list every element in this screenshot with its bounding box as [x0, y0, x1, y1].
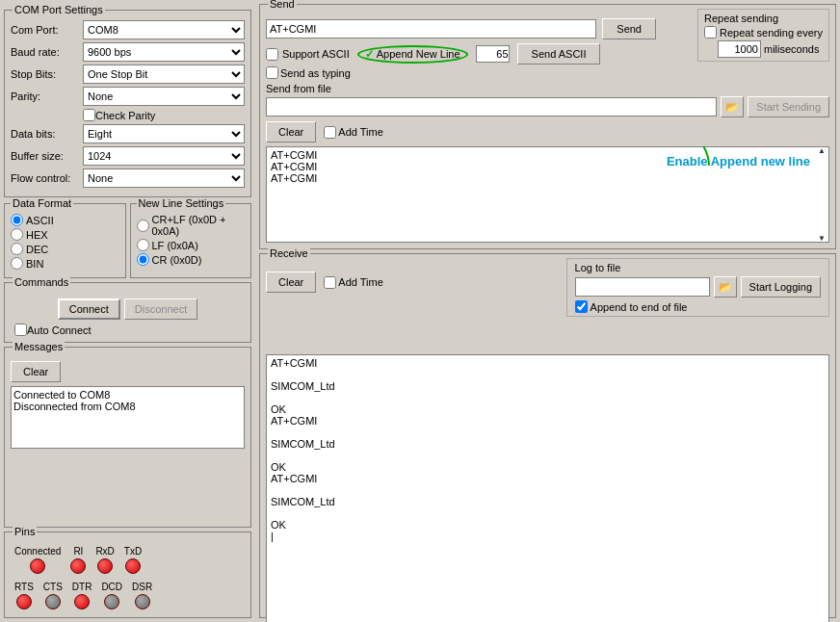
cr-label: CR (0x0D): [152, 254, 202, 266]
ascii-label: ASCII: [26, 215, 54, 226]
file-path-input[interactable]: [266, 97, 717, 117]
auto-connect-checkbox[interactable]: [14, 324, 27, 336]
repeat-every-label: Repeat sending every: [720, 27, 823, 39]
pin-dcd: DCD: [101, 582, 122, 609]
com-port-label: Com Port:: [11, 24, 83, 36]
send-ascii-button[interactable]: Send ASCII: [517, 43, 601, 65]
repeat-sending-checkbox[interactable]: [704, 26, 717, 39]
append-newline-highlight: ✓ Append New Line: [357, 45, 468, 64]
start-sending-button[interactable]: Start Sending: [748, 96, 829, 117]
messages-group: Messages Clear Connected to COM8 Disconn…: [4, 347, 251, 528]
pin-ri-led: [70, 558, 86, 574]
send-group: Send Repeat sending Repeat sending every…: [259, 4, 836, 249]
repeat-sending-title: Repeat sending: [704, 13, 823, 24]
log-file-browse-button[interactable]: 📂: [714, 276, 737, 298]
data-format-title: Data Format: [11, 197, 73, 209]
dec-label: DEC: [26, 244, 48, 255]
support-ascii-checkbox[interactable]: [266, 48, 278, 61]
recv-line-6: AT+CGMI: [271, 415, 825, 427]
com-port-select[interactable]: COM8: [83, 20, 245, 39]
pin-connected-led: [30, 558, 45, 574]
repeat-interval-input[interactable]: [718, 40, 761, 58]
file-browse-button[interactable]: 📂: [721, 96, 744, 117]
check-parity-checkbox[interactable]: [83, 109, 95, 121]
bin-label: BIN: [26, 258, 43, 270]
send-button[interactable]: Send: [602, 18, 656, 39]
recv-line-3: SIMCOM_Ltd: [271, 380, 825, 392]
recv-line-7: [271, 427, 825, 438]
send-command-input[interactable]: [266, 19, 596, 39]
pin-rxd-led: [97, 558, 113, 574]
pin-rxd: RxD: [95, 546, 114, 574]
bin-radio[interactable]: [11, 257, 23, 270]
crlf-radio[interactable]: [137, 220, 149, 232]
commands-title: Commands: [13, 276, 70, 288]
pins-title: Pins: [13, 526, 37, 537]
append-newline-label: Append New Line: [377, 48, 460, 60]
buffer-size-label: Buffer size:: [11, 150, 83, 162]
check-parity-label: Check Parity: [95, 110, 155, 121]
receive-group: Receive Log to file 📂 Start Logging Appe…: [259, 253, 836, 618]
send-as-typing-checkbox[interactable]: [266, 66, 278, 79]
recv-line-13: SIMCOM_Ltd: [271, 496, 825, 507]
repeat-sending-box: Repeat sending Repeat sending every mili…: [697, 9, 829, 62]
pin-connected: Connected: [14, 546, 61, 574]
lf-radio[interactable]: [137, 239, 149, 251]
pin-rts-led: [16, 594, 32, 609]
crlf-label: CR+LF (0x0D + 0x0A): [152, 214, 246, 237]
connect-button[interactable]: Connect: [58, 298, 120, 320]
pin-dsr: DSR: [132, 582, 152, 609]
send-clear-button[interactable]: Clear: [266, 121, 316, 143]
lf-label: LF (0x0A): [152, 240, 198, 251]
send-content-area: AT+CGMI AT+CGMI AT+CGMI: [266, 146, 829, 243]
pin-dtr: DTR: [72, 582, 92, 609]
pin-ri: RI: [70, 546, 86, 574]
receive-clear-button[interactable]: Clear: [266, 272, 316, 293]
cr-radio[interactable]: [137, 253, 149, 266]
recv-cursor: |: [271, 531, 825, 542]
send-add-time-checkbox[interactable]: [324, 126, 336, 139]
baud-rate-select[interactable]: 9600 bps: [83, 42, 245, 62]
recv-line-1: AT+CGMI: [271, 357, 825, 369]
ascii-value-input[interactable]: [476, 45, 510, 63]
receive-add-time-checkbox[interactable]: [324, 276, 336, 289]
recv-line-10: OK: [271, 461, 825, 473]
log-file-path-input[interactable]: [575, 277, 710, 297]
data-format-group: Data Format ASCII HEX DEC BIN: [4, 203, 126, 278]
pin-rts: RTS: [14, 582, 34, 609]
auto-connect-label: Auto Connect: [27, 324, 92, 336]
send-title: Send: [268, 0, 297, 10]
pin-dtr-led: [74, 594, 90, 609]
data-bits-label: Data bits:: [11, 128, 83, 140]
send-line-1: AT+CGMI: [271, 149, 825, 161]
start-logging-button[interactable]: Start Logging: [741, 276, 821, 298]
log-to-file-title: Log to file: [575, 262, 821, 273]
pin-txd-led: [125, 558, 141, 574]
messages-textarea[interactable]: Connected to COM8 Disconnected from COM8: [11, 386, 245, 449]
receive-add-time-label: Add Time: [338, 276, 382, 288]
parity-select[interactable]: None: [83, 87, 245, 106]
stop-bits-select[interactable]: One Stop Bit: [83, 65, 245, 84]
send-area-wrapper: AT+CGMI AT+CGMI AT+CGMI Enable Append ne…: [266, 146, 829, 243]
hex-radio[interactable]: [11, 228, 23, 241]
support-ascii-label: Support ASCII: [282, 48, 350, 60]
ascii-radio[interactable]: [11, 214, 23, 226]
messages-title: Messages: [13, 341, 65, 352]
recv-line-8: SIMCOM_Ltd: [271, 438, 825, 450]
flow-control-label: Flow control:: [11, 172, 83, 184]
messages-clear-button[interactable]: Clear: [11, 361, 61, 382]
disconnect-button[interactable]: Disconnect: [124, 298, 197, 320]
receive-area-wrapper: AT+CGMI SIMCOM_Ltd OK AT+CGMI SIMCOM_Ltd…: [266, 297, 829, 611]
hex-label: HEX: [26, 229, 48, 241]
flow-control-select[interactable]: None: [83, 168, 245, 188]
receive-title: Receive: [268, 247, 310, 259]
new-line-settings-group: New Line Settings CR+LF (0x0D + 0x0A) LF…: [130, 203, 252, 278]
data-bits-select[interactable]: Eight: [83, 124, 245, 143]
recv-line-12: [271, 484, 825, 496]
com-port-settings-title: COM Port Settings: [13, 4, 105, 15]
send-as-typing-label: Send as typing: [280, 67, 351, 79]
pin-txd: TxD: [124, 546, 142, 574]
dec-radio[interactable]: [11, 243, 23, 255]
buffer-size-select[interactable]: 1024: [83, 146, 245, 166]
pin-cts-led: [45, 594, 61, 609]
